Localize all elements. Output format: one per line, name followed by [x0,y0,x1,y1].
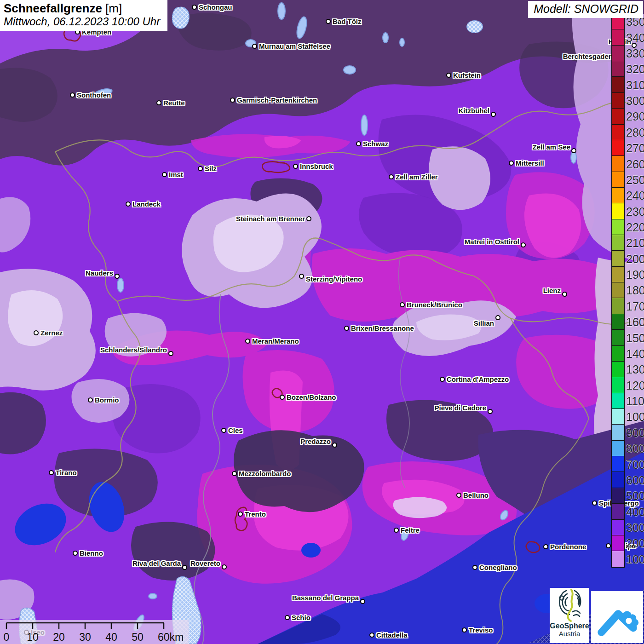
colorbar-label: 1200 [626,379,644,392]
colorbar-band [612,77,624,92]
colorbar-label: 3200 [626,63,644,76]
colorbar-label: 3400 [626,31,644,44]
city-label: Predazzo [300,437,331,445]
city-label: Lienz [543,287,561,294]
colorbar-label: 2000 [626,252,644,265]
scalebar-label: 10 [27,631,39,643]
city-label: Mezzolombardo [239,470,291,477]
city-label: Schwaz [363,140,388,148]
city-dot [34,330,39,335]
city-label: Meran/Merano [252,337,299,345]
colorbar-band [612,140,624,156]
colorbar-label: 1800 [626,284,644,297]
city-dot [344,326,349,331]
colorbar-band [612,314,624,330]
city-dot [306,216,311,221]
colorbar-label: 2800 [626,126,644,139]
colorbar-band [612,125,624,140]
city-label: Schlanders/Silandro [100,346,167,354]
city-label: Landeck [132,200,161,208]
city-dot [332,443,337,448]
title-text: Schneefallgrenze [4,1,102,15]
colorbar-label: 1900 [626,268,644,282]
city-dot [245,339,250,344]
colorbar-band [612,29,624,45]
colorbar-band [612,282,624,298]
colorbar-band [612,188,624,203]
colorbar-label: 200 [626,537,644,550]
city-dot [491,112,496,117]
colorbar-band [612,441,624,456]
colorbar-label: 3100 [626,78,644,92]
city-dot [88,397,93,402]
city-label: Kitzbühel [459,107,490,115]
colorbar-band [612,219,624,235]
colorbar-label: 600 [626,473,644,487]
city-label: Murnau am Staffelsee [259,42,330,50]
colorbar-label: 2900 [626,110,644,123]
scalebar-label: 50 [132,631,144,643]
colorbar-band [612,172,624,188]
colorbar-band [612,535,624,551]
colorbar-band [612,93,624,109]
colorbar-band [612,504,624,519]
city-dot [293,164,298,169]
city-dot [182,565,187,570]
city-dot [49,470,54,475]
colorbar-label: 100 [626,552,644,566]
city-dot [462,627,467,632]
city-label: Zernez [40,329,63,337]
city-label: Kufstein [453,71,481,79]
colorbar-band [612,251,624,266]
city-label: Zell am Ziller [396,173,438,181]
city-label: Brixen/Bressanone [351,324,414,332]
colorbar-label: 1000 [626,410,644,424]
city-label: Nauders [86,269,113,277]
geosphere-logo-text: GeoSphere [550,622,589,630]
city-label: Riva del Garda [132,559,181,567]
city-dot [509,161,514,166]
city-dot [446,73,451,78]
city-label: Bienno [80,549,103,557]
city-dot [400,302,405,307]
mountain-cloud-icon [595,595,639,639]
city-dot [238,512,243,517]
city-layer: SchongauBad TölzKemptenMurnau am Staffel… [0,0,644,644]
city-label: Treviso [469,626,493,634]
city-label: Pieve di Cadore [434,404,486,412]
city-dot [562,292,567,297]
title-box: Schneefallgrenze [m] Mittwoch, 06.12.202… [0,0,167,31]
colorbar-band [612,456,624,472]
city-label: Bruneck/Brunico [407,301,462,309]
city-dot [592,500,597,506]
city-label: Cles [228,426,243,434]
city-dot [285,615,290,620]
map-title: Schneefallgrenze [m] [4,2,163,15]
scalebar-label: 30 [79,631,91,643]
colorbar-label: 1600 [626,316,644,329]
weather-map: SchongauBad TölzKemptenMurnau am Staffel… [0,0,644,644]
city-label: Cortina d'Ampezzo [447,375,509,383]
colorbar-band [612,472,624,488]
colorbar-band [612,377,624,393]
city-dot [394,528,399,533]
city-dot [521,242,526,247]
city-dot [369,632,374,638]
colorbar-label: 1100 [626,395,644,408]
city-dot [222,564,227,569]
colorbar-band [612,409,624,425]
city-label: Trento [245,510,266,518]
city-dot [168,351,173,356]
colorbar-label: 2600 [626,157,644,171]
colorbar-label: 700 [626,458,644,471]
city-label: Matrei in Osttirol [465,238,519,246]
colorbar-label: 1400 [626,347,644,360]
city-dot [606,543,611,548]
geosphere-logo-subtext: Austria [559,630,581,638]
city-dot [360,599,365,604]
city-dot [73,551,78,556]
colorbar-label: 800 [626,442,644,455]
city-dot [198,166,203,171]
colorbar-label: 400 [626,505,644,518]
city-label: Sterzing/Vipiteno [306,275,362,283]
